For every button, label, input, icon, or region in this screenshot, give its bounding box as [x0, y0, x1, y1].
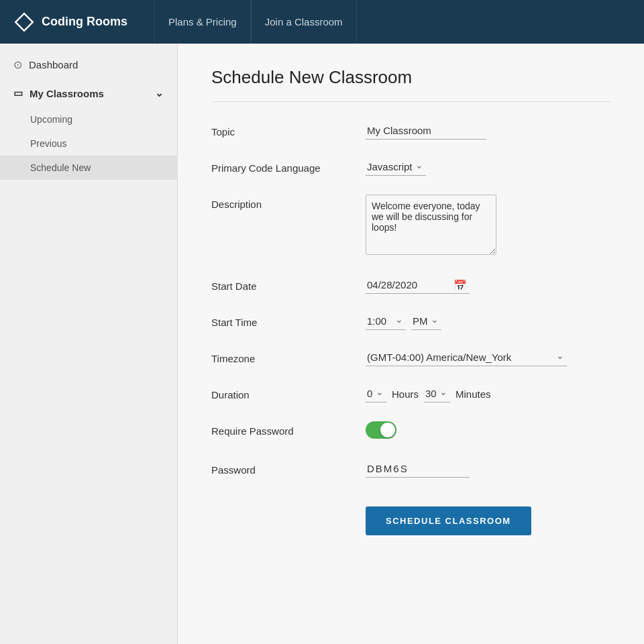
- description-control: Welcome everyone, today we will be discu…: [366, 195, 610, 258]
- description-textarea[interactable]: Welcome everyone, today we will be discu…: [366, 195, 496, 255]
- dashboard-icon: ⊙: [13, 58, 22, 71]
- title-divider: [211, 101, 610, 102]
- start-time-hour-select[interactable]: 1:00 2:00 3:00 4:00 5:00 6:00 7:00 8:00 …: [366, 313, 406, 330]
- timezone-select[interactable]: (GMT-04:00) America/New_York (GMT-05:00)…: [366, 349, 567, 366]
- sidebar-item-schedule-new[interactable]: Schedule New: [0, 156, 177, 180]
- main-content: Schedule New Classroom Topic Primary Cod…: [178, 44, 644, 644]
- minutes-label: Minutes: [455, 388, 491, 400]
- schedule-classroom-button[interactable]: SCHEDULE CLASSROOM: [366, 506, 531, 535]
- page-title: Schedule New Classroom: [211, 67, 610, 88]
- require-password-label: Require Password: [211, 421, 352, 437]
- duration-hours-select[interactable]: 0 1 2 3 4 5: [366, 385, 386, 402]
- password-row: Password: [211, 460, 610, 478]
- description-row: Description Welcome everyone, today we w…: [211, 195, 610, 258]
- start-date-row: Start Date 📅: [211, 276, 610, 294]
- timezone-control: (GMT-04:00) America/New_York (GMT-05:00)…: [366, 349, 610, 366]
- sidebar-sub-items: Upcoming Previous Schedule New: [0, 107, 177, 180]
- code-language-select-wrapper: Javascript Python Java C++ Ruby Go: [366, 158, 426, 176]
- sidebar-item-upcoming[interactable]: Upcoming: [0, 107, 177, 131]
- start-time-control: 1:00 2:00 3:00 4:00 5:00 6:00 7:00 8:00 …: [366, 313, 610, 330]
- code-language-select[interactable]: Javascript Python Java C++ Ruby Go: [366, 158, 426, 176]
- duration-hours-wrapper: 0 1 2 3 4 5: [366, 385, 386, 402]
- logo: Coding Rooms: [13, 11, 127, 33]
- sidebar-my-classrooms-label: My Classrooms: [30, 88, 104, 99]
- timezone-select-wrapper: (GMT-04:00) America/New_York (GMT-05:00)…: [366, 349, 567, 366]
- schedule-button-row: SCHEDULE CLASSROOM: [211, 496, 610, 535]
- start-time-row: Start Time 1:00 2:00 3:00 4:00 5:00 6:00…: [211, 313, 610, 330]
- chevron-down-icon: ⌄: [155, 87, 164, 99]
- password-label: Password: [211, 460, 352, 476]
- sidebar-item-dashboard[interactable]: ⊙ Dashboard: [0, 50, 177, 79]
- duration-minutes-select[interactable]: 0 15 30 45 60: [424, 385, 450, 402]
- require-password-control: [366, 421, 610, 441]
- start-date-control: 📅: [366, 276, 610, 294]
- start-time-label: Start Time: [211, 313, 352, 328]
- monitor-icon: ▭: [13, 87, 23, 99]
- nav-plans-pricing[interactable]: Plans & Pricing: [154, 0, 251, 44]
- topic-control: [366, 122, 610, 140]
- hours-label: Hours: [392, 388, 419, 400]
- toggle-label[interactable]: [366, 421, 396, 439]
- start-time-ampm-select[interactable]: AM PM: [411, 313, 441, 330]
- nav-join-classroom[interactable]: Join a Classroom: [251, 0, 357, 44]
- sidebar-my-classrooms[interactable]: ▭ My Classrooms ⌄: [0, 79, 177, 107]
- sidebar: ⊙ Dashboard ▭ My Classrooms ⌄ Upcoming P…: [0, 44, 178, 644]
- start-date-label: Start Date: [211, 276, 352, 292]
- logo-text: Coding Rooms: [42, 15, 127, 29]
- topic-row: Topic: [211, 122, 610, 140]
- code-language-control: Javascript Python Java C++ Ruby Go: [366, 158, 610, 176]
- code-language-label: Primary Code Language: [211, 158, 352, 174]
- duration-inputs: 0 1 2 3 4 5 Hours 0 15 30: [366, 385, 610, 402]
- layout: ⊙ Dashboard ▭ My Classrooms ⌄ Upcoming P…: [0, 44, 644, 644]
- topic-label: Topic: [211, 122, 352, 138]
- timezone-row: Timezone (GMT-04:00) America/New_York (G…: [211, 349, 610, 366]
- description-label: Description: [211, 195, 352, 210]
- password-input[interactable]: [366, 460, 470, 478]
- toggle-thumb: [380, 423, 395, 437]
- sidebar-dashboard-label: Dashboard: [29, 59, 78, 70]
- header: Coding Rooms Plans & Pricing Join a Clas…: [0, 0, 644, 44]
- duration-control: 0 1 2 3 4 5 Hours 0 15 30: [366, 385, 610, 402]
- start-date-input[interactable]: [366, 276, 470, 294]
- start-time-hour-wrapper: 1:00 2:00 3:00 4:00 5:00 6:00 7:00 8:00 …: [366, 313, 406, 330]
- date-input-wrapper: 📅: [366, 276, 470, 294]
- time-row: 1:00 2:00 3:00 4:00 5:00 6:00 7:00 8:00 …: [366, 313, 610, 330]
- duration-label: Duration: [211, 385, 352, 400]
- duration-row: Duration 0 1 2 3 4 5 Hours: [211, 385, 610, 402]
- svg-marker-0: [15, 13, 33, 31]
- sidebar-item-previous[interactable]: Previous: [0, 131, 177, 156]
- timezone-label: Timezone: [211, 349, 352, 364]
- duration-minutes-wrapper: 0 15 30 45 60: [424, 385, 450, 402]
- code-language-row: Primary Code Language Javascript Python …: [211, 158, 610, 176]
- start-time-ampm-wrapper: AM PM: [411, 313, 441, 330]
- require-password-toggle[interactable]: [366, 421, 396, 439]
- password-control: [366, 460, 610, 478]
- require-password-row: Require Password: [211, 421, 610, 441]
- topic-input[interactable]: [366, 122, 486, 140]
- logo-icon: [13, 11, 35, 33]
- header-nav: Plans & Pricing Join a Classroom: [154, 0, 357, 44]
